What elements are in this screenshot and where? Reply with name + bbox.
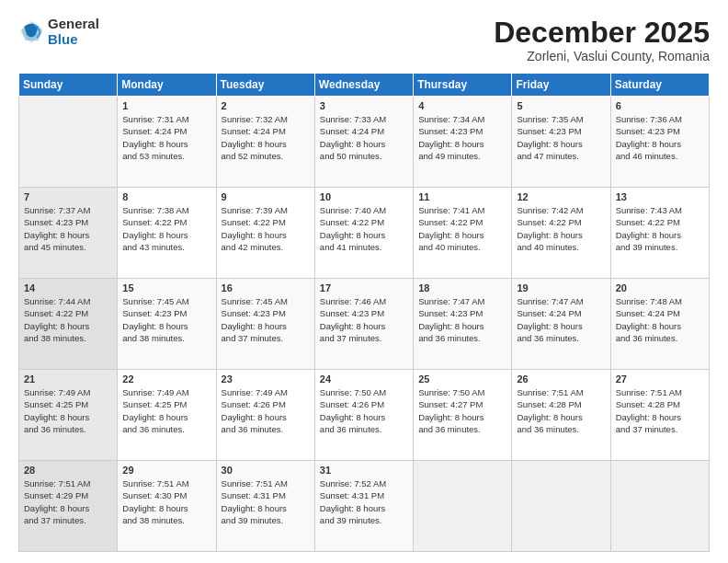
logo-general-text: General xyxy=(48,17,99,32)
day-cell: 20Sunrise: 7:48 AM Sunset: 4:24 PM Dayli… xyxy=(610,279,709,370)
day-number: 22 xyxy=(122,373,210,385)
day-number: 6 xyxy=(616,100,704,111)
day-info: Sunrise: 7:52 AM Sunset: 4:31 PM Dayligh… xyxy=(320,477,408,526)
day-info: Sunrise: 7:51 AM Sunset: 4:31 PM Dayligh… xyxy=(222,477,310,526)
day-cell: 28Sunrise: 7:51 AM Sunset: 4:29 PM Dayli… xyxy=(19,461,118,552)
day-cell: 12Sunrise: 7:42 AM Sunset: 4:22 PM Dayli… xyxy=(512,188,610,279)
page: General Blue December 2025 Zorleni, Vasl… xyxy=(0,0,728,563)
day-cell: 3Sunrise: 7:33 AM Sunset: 4:24 PM Daylig… xyxy=(314,97,413,188)
day-info: Sunrise: 7:31 AM Sunset: 4:24 PM Dayligh… xyxy=(122,113,210,162)
day-header-friday: Friday xyxy=(512,74,610,97)
day-info: Sunrise: 7:51 AM Sunset: 4:28 PM Dayligh… xyxy=(517,386,605,435)
day-info: Sunrise: 7:34 AM Sunset: 4:23 PM Dayligh… xyxy=(418,113,506,162)
day-header-tuesday: Tuesday xyxy=(216,74,314,97)
title-block: December 2025 Zorleni, Vaslui County, Ro… xyxy=(494,17,710,63)
day-cell: 16Sunrise: 7:45 AM Sunset: 4:23 PM Dayli… xyxy=(216,279,314,370)
day-number: 20 xyxy=(616,282,704,293)
day-cell: 5Sunrise: 7:35 AM Sunset: 4:23 PM Daylig… xyxy=(512,97,610,188)
day-info: Sunrise: 7:49 AM Sunset: 4:26 PM Dayligh… xyxy=(222,386,310,435)
day-info: Sunrise: 7:45 AM Sunset: 4:23 PM Dayligh… xyxy=(222,295,310,344)
day-cell: 14Sunrise: 7:44 AM Sunset: 4:22 PM Dayli… xyxy=(19,279,118,370)
day-number: 23 xyxy=(222,373,310,385)
logo-blue-text: Blue xyxy=(48,32,99,48)
day-cell: 13Sunrise: 7:43 AM Sunset: 4:22 PM Dayli… xyxy=(610,188,709,279)
day-number: 13 xyxy=(616,191,704,202)
calendar-header-row: SundayMondayTuesdayWednesdayThursdayFrid… xyxy=(19,74,710,97)
day-info: Sunrise: 7:44 AM Sunset: 4:22 PM Dayligh… xyxy=(24,295,112,344)
day-number: 31 xyxy=(320,465,408,476)
day-info: Sunrise: 7:51 AM Sunset: 4:28 PM Dayligh… xyxy=(616,386,704,435)
day-number: 1 xyxy=(122,100,210,111)
day-number: 4 xyxy=(418,100,506,111)
day-number: 17 xyxy=(320,282,408,293)
day-info: Sunrise: 7:38 AM Sunset: 4:22 PM Dayligh… xyxy=(122,204,210,253)
day-number: 27 xyxy=(616,373,704,385)
day-number: 25 xyxy=(418,373,506,385)
day-cell: 24Sunrise: 7:50 AM Sunset: 4:26 PM Dayli… xyxy=(314,370,413,461)
day-header-saturday: Saturday xyxy=(610,74,709,97)
day-cell: 21Sunrise: 7:49 AM Sunset: 4:25 PM Dayli… xyxy=(19,370,118,461)
day-cell: 19Sunrise: 7:47 AM Sunset: 4:24 PM Dayli… xyxy=(512,279,610,370)
day-cell: 1Sunrise: 7:31 AM Sunset: 4:24 PM Daylig… xyxy=(118,97,216,188)
day-cell: 29Sunrise: 7:51 AM Sunset: 4:30 PM Dayli… xyxy=(118,461,216,552)
day-info: Sunrise: 7:50 AM Sunset: 4:26 PM Dayligh… xyxy=(320,386,408,435)
day-number: 16 xyxy=(222,282,310,293)
week-row-4: 21Sunrise: 7:49 AM Sunset: 4:25 PM Dayli… xyxy=(19,370,710,461)
day-cell: 2Sunrise: 7:32 AM Sunset: 4:24 PM Daylig… xyxy=(216,97,314,188)
day-header-sunday: Sunday xyxy=(19,74,118,97)
day-number: 8 xyxy=(122,191,210,202)
day-cell: 8Sunrise: 7:38 AM Sunset: 4:22 PM Daylig… xyxy=(118,188,216,279)
day-info: Sunrise: 7:46 AM Sunset: 4:23 PM Dayligh… xyxy=(320,295,408,344)
day-cell: 27Sunrise: 7:51 AM Sunset: 4:28 PM Dayli… xyxy=(610,370,709,461)
day-number: 21 xyxy=(24,373,112,385)
week-row-2: 7Sunrise: 7:37 AM Sunset: 4:23 PM Daylig… xyxy=(19,188,710,279)
day-cell: 15Sunrise: 7:45 AM Sunset: 4:23 PM Dayli… xyxy=(118,279,216,370)
day-info: Sunrise: 7:51 AM Sunset: 4:29 PM Dayligh… xyxy=(24,477,112,526)
day-info: Sunrise: 7:33 AM Sunset: 4:24 PM Dayligh… xyxy=(320,113,408,162)
header: General Blue December 2025 Zorleni, Vasl… xyxy=(18,17,710,63)
day-info: Sunrise: 7:39 AM Sunset: 4:22 PM Dayligh… xyxy=(222,204,310,253)
day-info: Sunrise: 7:37 AM Sunset: 4:23 PM Dayligh… xyxy=(24,204,112,253)
day-cell xyxy=(19,97,118,188)
day-cell: 26Sunrise: 7:51 AM Sunset: 4:28 PM Dayli… xyxy=(512,370,610,461)
day-number: 15 xyxy=(122,282,210,293)
day-info: Sunrise: 7:47 AM Sunset: 4:23 PM Dayligh… xyxy=(418,295,506,344)
calendar-table: SundayMondayTuesdayWednesdayThursdayFrid… xyxy=(18,73,710,552)
month-title: December 2025 xyxy=(494,17,710,49)
day-number: 28 xyxy=(24,465,112,476)
day-cell: 25Sunrise: 7:50 AM Sunset: 4:27 PM Dayli… xyxy=(414,370,512,461)
day-number: 9 xyxy=(222,191,310,202)
day-cell: 17Sunrise: 7:46 AM Sunset: 4:23 PM Dayli… xyxy=(314,279,413,370)
day-number: 19 xyxy=(517,282,605,293)
day-number: 2 xyxy=(222,100,310,111)
day-info: Sunrise: 7:47 AM Sunset: 4:24 PM Dayligh… xyxy=(517,295,605,344)
day-info: Sunrise: 7:45 AM Sunset: 4:23 PM Dayligh… xyxy=(122,295,210,344)
day-info: Sunrise: 7:35 AM Sunset: 4:23 PM Dayligh… xyxy=(517,113,605,162)
day-cell: 18Sunrise: 7:47 AM Sunset: 4:23 PM Dayli… xyxy=(414,279,512,370)
day-number: 12 xyxy=(517,191,605,202)
day-info: Sunrise: 7:41 AM Sunset: 4:22 PM Dayligh… xyxy=(418,204,506,253)
day-number: 24 xyxy=(320,373,408,385)
day-info: Sunrise: 7:43 AM Sunset: 4:22 PM Dayligh… xyxy=(616,204,704,253)
day-number: 30 xyxy=(222,465,310,476)
day-cell: 22Sunrise: 7:49 AM Sunset: 4:25 PM Dayli… xyxy=(118,370,216,461)
day-cell: 4Sunrise: 7:34 AM Sunset: 4:23 PM Daylig… xyxy=(414,97,512,188)
day-info: Sunrise: 7:40 AM Sunset: 4:22 PM Dayligh… xyxy=(320,204,408,253)
day-info: Sunrise: 7:51 AM Sunset: 4:30 PM Dayligh… xyxy=(122,477,210,526)
day-number: 5 xyxy=(517,100,605,111)
logo: General Blue xyxy=(18,17,99,47)
day-info: Sunrise: 7:32 AM Sunset: 4:24 PM Dayligh… xyxy=(222,113,310,162)
day-number: 18 xyxy=(418,282,506,293)
day-cell: 7Sunrise: 7:37 AM Sunset: 4:23 PM Daylig… xyxy=(19,188,118,279)
day-number: 14 xyxy=(24,282,112,293)
day-cell xyxy=(512,461,610,552)
day-header-wednesday: Wednesday xyxy=(314,74,413,97)
day-cell: 30Sunrise: 7:51 AM Sunset: 4:31 PM Dayli… xyxy=(216,461,314,552)
day-info: Sunrise: 7:42 AM Sunset: 4:22 PM Dayligh… xyxy=(517,204,605,253)
logo-icon xyxy=(18,19,44,45)
day-number: 11 xyxy=(418,191,506,202)
week-row-3: 14Sunrise: 7:44 AM Sunset: 4:22 PM Dayli… xyxy=(19,279,710,370)
day-number: 29 xyxy=(122,465,210,476)
day-cell: 23Sunrise: 7:49 AM Sunset: 4:26 PM Dayli… xyxy=(216,370,314,461)
day-number: 7 xyxy=(24,191,112,202)
